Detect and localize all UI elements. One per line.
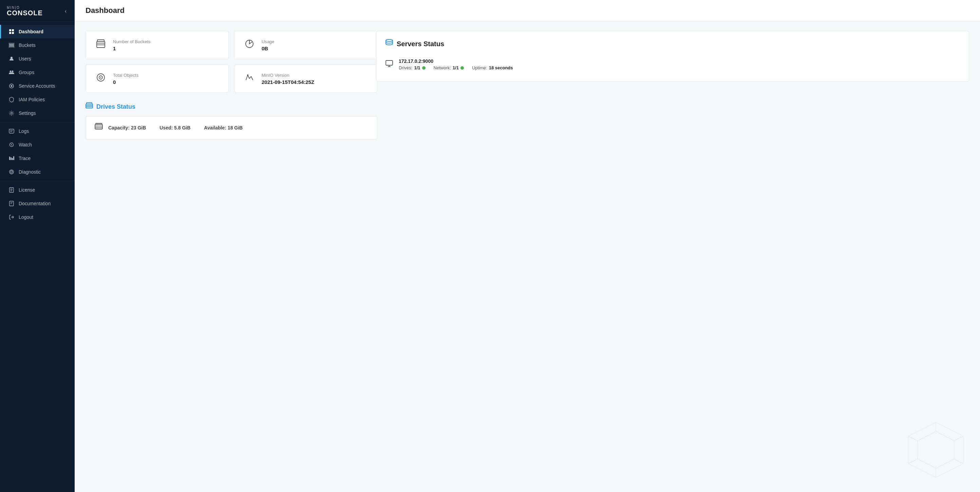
svg-line-59 [954,459,963,464]
drives-used: Used: 5.8 GiB [159,125,190,131]
used-label: Used: [159,125,173,131]
drive-icon [95,123,103,133]
network-metric: Network: 1/1 [434,65,464,70]
stat-label-usage: Usage [262,39,275,44]
svg-point-18 [11,144,12,145]
drives-metric: Drives: 1/1 [399,65,426,70]
svg-rect-2 [9,32,11,34]
sidebar-nav: Dashboard Buckets Users Groups [0,21,75,492]
sidebar-item-label: Dashboard [19,29,43,34]
servers-title-label: Servers Status [397,40,444,48]
stat-info-objects: Total Objects 0 [113,73,138,85]
uptime-metric: Uptime: 18 seconds [472,65,513,70]
network-metric-label: Network: [434,65,451,70]
sidebar-item-label: Diagnostic [19,169,41,175]
svg-point-40 [100,77,102,78]
svg-rect-14 [9,129,14,133]
svg-point-13 [11,112,13,114]
stat-info-version: MinIO Version 2021-09-15T04:54:25Z [262,73,314,85]
sidebar-item-logs[interactable]: Logs [0,125,75,138]
svg-rect-36 [97,40,104,42]
nav-divider-2 [0,181,75,181]
server-info: 172.17.0.2:9000 Drives: 1/1 Network: 1/1 [399,58,960,70]
stat-value-version: 2021-09-15T04:54:25Z [262,79,314,85]
usage-stat-icon [243,39,256,51]
available-value: 18 GiB [228,125,243,131]
used-value: 5.8 GiB [174,125,190,131]
logs-icon [8,128,14,134]
sidebar-item-label: Buckets [19,43,36,48]
stat-card-usage: Usage 0B [234,31,377,59]
sidebar-item-label: Logout [19,214,33,220]
sidebar-collapse-button[interactable]: ‹ [64,7,68,16]
sidebar-item-trace[interactable]: Trace [0,152,75,165]
svg-marker-56 [918,431,954,468]
svg-rect-42 [86,104,93,108]
stat-value-objects: 0 [113,79,138,85]
sidebar-item-license[interactable]: License [0,183,75,197]
sidebar-item-label: Service Accounts [19,83,55,89]
drives-metric-value: 1/1 [414,65,420,70]
sidebar-item-documentation[interactable]: Documentation [0,197,75,210]
svg-point-10 [12,71,14,72]
sidebar-item-service-accounts[interactable]: Service Accounts [0,79,75,93]
drives-section-label: Drives Status [96,103,135,110]
available-label: Available: [204,125,226,131]
settings-icon [8,110,14,116]
sidebar-item-label: Users [19,56,31,62]
sidebar-item-users[interactable]: Users [0,52,75,65]
sidebar-item-watch[interactable]: Watch [0,138,75,152]
svg-point-9 [10,71,11,72]
server-pc-icon [385,59,393,69]
stat-label-objects: Total Objects [113,73,138,78]
drives-status-dot [422,66,426,70]
svg-point-12 [11,85,13,87]
svg-marker-55 [908,422,963,478]
svg-rect-19 [9,157,10,160]
svg-rect-1 [12,29,14,31]
svg-rect-51 [386,61,393,65]
sidebar-item-diagnostic[interactable]: Diagnostic [0,165,75,179]
servers-status-title: Servers Status [385,39,960,49]
sidebar: MIN|O CONSOLE ‹ Dashboard Buckets Users [0,0,75,492]
objects-stat-icon [95,72,107,85]
network-metric-value: 1/1 [453,65,459,70]
sidebar-item-iam-policies[interactable]: IAM Policies [0,93,75,106]
drives-card: Capacity: 23 GiB Used: 5.8 GiB Available… [86,116,377,139]
sidebar-item-logout[interactable]: Logout [0,210,75,224]
sidebar-item-dashboard[interactable]: Dashboard [0,25,75,38]
svg-rect-4 [9,44,14,45]
users-icon [8,56,14,62]
main-header: Dashboard [75,0,980,21]
svg-point-24 [11,171,13,173]
svg-point-50 [386,40,393,42]
sidebar-item-groups[interactable]: Groups [0,65,75,79]
documentation-icon [8,200,14,206]
buckets-stat-icon [95,39,107,51]
version-stat-icon [243,72,256,85]
sidebar-item-label: Logs [19,128,29,134]
watermark [905,419,966,482]
nav-divider [0,122,75,122]
sidebar-item-label: License [19,187,35,193]
svg-point-41 [247,74,248,76]
svg-rect-45 [86,102,92,104]
stat-value-usage: 0B [262,46,275,51]
stat-card-buckets: Number of Buckets 1 [86,31,229,59]
sidebar-item-buckets[interactable]: Buckets [0,38,75,52]
sidebar-item-label: Documentation [19,201,51,206]
svg-rect-0 [9,29,11,31]
drives-stats: Capacity: 23 GiB Used: 5.8 GiB Available… [108,125,368,131]
logout-icon [8,214,14,220]
svg-rect-22 [13,156,14,160]
svg-rect-3 [12,32,14,34]
svg-line-61 [908,459,918,464]
svg-point-23 [10,170,14,174]
sidebar-item-settings[interactable]: Settings [0,106,75,120]
svg-rect-20 [11,157,11,160]
svg-rect-33 [97,42,105,48]
main-body: Number of Buckets 1 Usage 0B [75,21,980,149]
svg-rect-21 [12,158,13,160]
uptime-metric-value: 18 seconds [489,65,513,70]
servers-title-icon [385,39,393,49]
